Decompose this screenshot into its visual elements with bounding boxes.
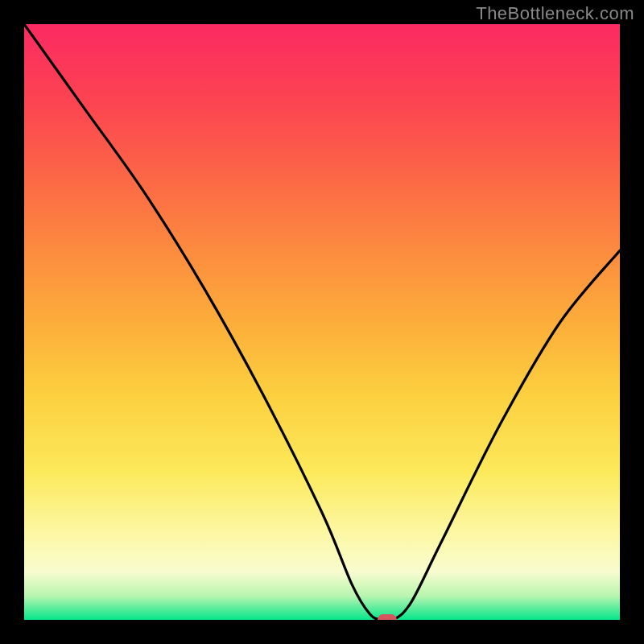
curve-path — [24, 24, 620, 620]
bottleneck-curve — [24, 24, 620, 620]
chart-frame: TheBottleneck.com — [0, 0, 644, 644]
min-marker — [378, 614, 397, 620]
plot-area — [24, 24, 620, 620]
watermark-text: TheBottleneck.com — [476, 3, 634, 24]
